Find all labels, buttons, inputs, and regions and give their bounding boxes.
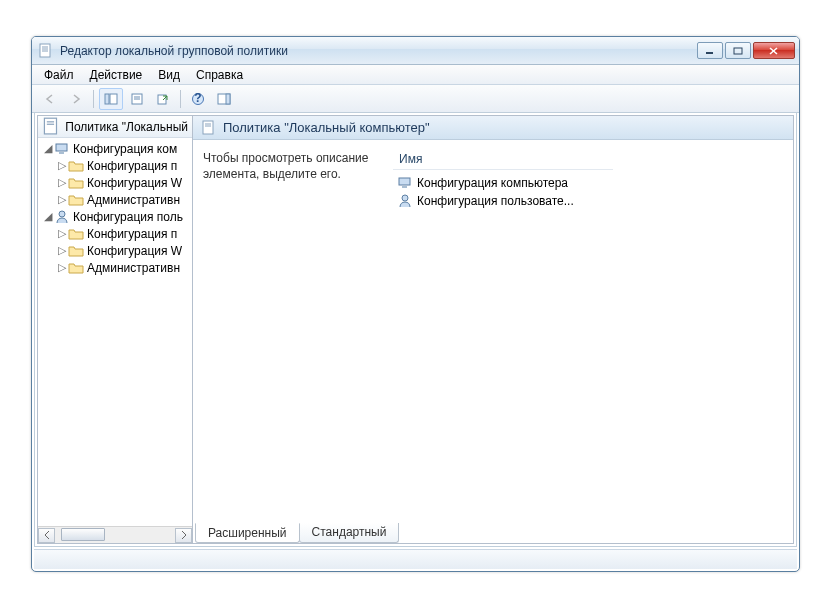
tree-label: Конфигурация ком [73, 142, 177, 156]
list-label: Конфигурация компьютера [417, 176, 568, 190]
scroll-thumb[interactable] [61, 528, 105, 541]
toolbar-separator [93, 90, 94, 108]
folder-icon [68, 158, 84, 174]
expand-icon[interactable]: ▷ [56, 159, 68, 172]
collapse-icon[interactable]: ◢ [42, 210, 54, 223]
list-item-user-config[interactable]: Конфигурация пользовате... [393, 192, 793, 210]
user-icon [54, 209, 70, 225]
tree-hscrollbar[interactable] [38, 526, 192, 543]
tab-extended[interactable]: Расширенный [195, 523, 300, 543]
minimize-button[interactable] [697, 42, 723, 59]
svg-rect-5 [734, 48, 742, 54]
titlebar[interactable]: Редактор локальной групповой политики [32, 37, 799, 65]
svg-rect-8 [105, 94, 109, 104]
tree-root-label: Политика "Локальный [65, 120, 188, 134]
app-icon [38, 43, 54, 59]
help-button[interactable]: ? [186, 88, 210, 110]
back-button[interactable] [38, 88, 62, 110]
expand-icon[interactable]: ▷ [56, 244, 68, 257]
show-action-pane-button[interactable] [212, 88, 236, 110]
folder-icon [68, 243, 84, 259]
menu-file[interactable]: Файл [36, 66, 82, 84]
user-icon [397, 193, 413, 209]
svg-rect-17 [226, 94, 230, 104]
folder-icon [68, 260, 84, 276]
scroll-right-button[interactable] [175, 528, 192, 543]
svg-rect-24 [203, 121, 213, 134]
tree-label: Конфигурация поль [73, 210, 183, 224]
list-item-computer-config[interactable]: Конфигурация компьютера [393, 174, 793, 192]
folder-icon [68, 175, 84, 191]
expand-icon[interactable]: ▷ [56, 176, 68, 189]
tree-item-software-settings[interactable]: ▷Конфигурация п [38, 157, 192, 174]
tree-item-user-windows[interactable]: ▷Конфигурация W [38, 242, 192, 259]
main-header: Политика "Локальный компьютер" [193, 116, 793, 140]
computer-icon [54, 141, 70, 157]
toolbar-separator [180, 90, 181, 108]
collapse-icon[interactable]: ◢ [42, 142, 54, 155]
expand-icon[interactable]: ▷ [56, 261, 68, 274]
menu-help[interactable]: Справка [188, 66, 251, 84]
tree-item-user-admin[interactable]: ▷Административн [38, 259, 192, 276]
expand-icon[interactable]: ▷ [56, 227, 68, 240]
column-name[interactable]: Имя [393, 150, 613, 170]
scroll-left-button[interactable] [38, 528, 55, 543]
list-label: Конфигурация пользовате... [417, 194, 574, 208]
window-title: Редактор локальной групповой политики [60, 44, 697, 58]
main-title: Политика "Локальный компьютер" [223, 120, 430, 135]
svg-point-23 [59, 211, 65, 217]
svg-rect-27 [399, 178, 410, 185]
policy-icon [42, 117, 61, 136]
menu-view[interactable]: Вид [150, 66, 188, 84]
scroll-track[interactable] [55, 528, 175, 543]
main-body: Чтобы просмотреть описание элемента, выд… [193, 140, 793, 521]
app-window: Редактор локальной групповой политики Фа… [31, 36, 800, 572]
policy-icon [201, 120, 217, 136]
view-tabs: Расширенный Стандартный [193, 521, 793, 543]
tree-label: Конфигурация п [87, 159, 177, 173]
svg-rect-21 [56, 144, 67, 151]
svg-rect-18 [44, 118, 56, 134]
window-controls [697, 42, 795, 59]
show-tree-button[interactable] [99, 88, 123, 110]
column-headers: Имя [393, 150, 793, 170]
svg-rect-9 [110, 94, 117, 104]
export-button[interactable] [151, 88, 175, 110]
tree-label: Конфигурация п [87, 227, 177, 241]
folder-icon [68, 192, 84, 208]
expand-icon[interactable]: ▷ [56, 193, 68, 206]
tree-item-computer-config[interactable]: ◢Конфигурация ком [38, 140, 192, 157]
properties-button[interactable] [125, 88, 149, 110]
list-rows: Конфигурация компьютера Конфигурация пол… [393, 170, 793, 214]
svg-rect-28 [402, 186, 407, 188]
folder-icon [68, 226, 84, 242]
tree-item-user-config[interactable]: ◢Конфигурация поль [38, 208, 192, 225]
toolbar: ? [32, 85, 799, 113]
svg-text:?: ? [194, 92, 201, 105]
tree-item-user-software[interactable]: ▷Конфигурация п [38, 225, 192, 242]
close-button[interactable] [753, 42, 795, 59]
tree-pane: Политика "Локальный ◢Конфигурация ком ▷К… [37, 115, 193, 544]
tree-label: Административн [87, 193, 180, 207]
statusbar [34, 549, 797, 569]
menubar: Файл Действие Вид Справка [32, 65, 799, 85]
forward-button[interactable] [64, 88, 88, 110]
description-pane: Чтобы просмотреть описание элемента, выд… [193, 150, 393, 521]
tab-standard[interactable]: Стандартный [299, 523, 400, 543]
svg-rect-22 [59, 152, 64, 154]
tree-label: Административн [87, 261, 180, 275]
svg-point-29 [402, 195, 408, 201]
computer-icon [397, 175, 413, 191]
tree-item-admin-templates[interactable]: ▷Административн [38, 191, 192, 208]
maximize-button[interactable] [725, 42, 751, 59]
main-pane: Политика "Локальный компьютер" Чтобы про… [193, 115, 794, 544]
list-pane: Имя Конфигурация компьютера Конфигурация… [393, 150, 793, 521]
tree-header[interactable]: Политика "Локальный [38, 116, 192, 138]
tree-body: ◢Конфигурация ком ▷Конфигурация п ▷Конфи… [38, 138, 192, 526]
tree-label: Конфигурация W [87, 176, 182, 190]
tree-item-windows-settings[interactable]: ▷Конфигурация W [38, 174, 192, 191]
menu-action[interactable]: Действие [82, 66, 151, 84]
content-area: Политика "Локальный ◢Конфигурация ком ▷К… [34, 113, 797, 547]
tree-label: Конфигурация W [87, 244, 182, 258]
